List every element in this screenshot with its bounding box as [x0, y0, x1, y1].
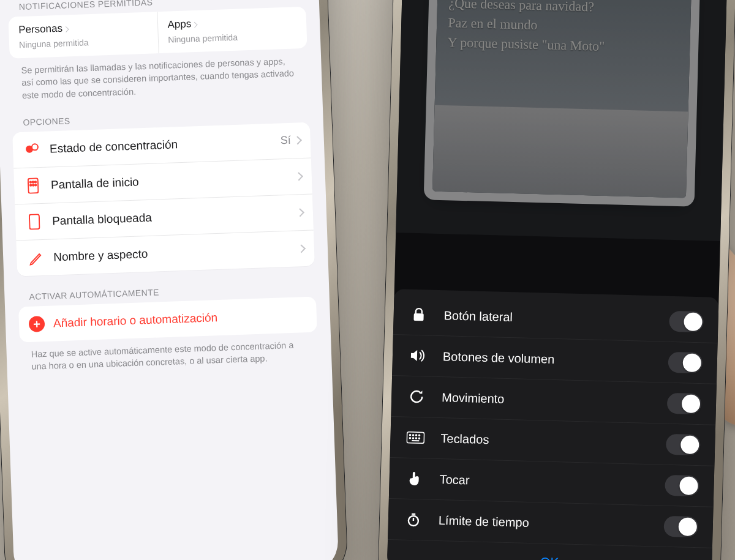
- allowed-people-title: Personas: [18, 23, 62, 36]
- options-card: Estado de concentración Sí Pantalla de i…: [12, 122, 315, 277]
- toggle-side-button[interactable]: [669, 311, 704, 332]
- row-label: Límite de tiempo: [439, 513, 664, 534]
- svg-point-6: [32, 181, 34, 182]
- allowed-apps-title: Apps: [167, 18, 191, 31]
- svg-point-9: [32, 184, 34, 185]
- row-value: Sí: [280, 134, 291, 147]
- toggle-touch[interactable]: [665, 475, 699, 496]
- allowed-apps-cell[interactable]: Apps Ninguna permitida: [157, 7, 307, 53]
- rotate-icon: [406, 389, 428, 405]
- chevron-icon: [63, 26, 69, 32]
- toggle-time-limit[interactable]: [663, 516, 698, 537]
- chevron-icon: [192, 21, 198, 28]
- volume-icon: [407, 348, 429, 364]
- home-screen-icon: [24, 176, 43, 195]
- svg-point-7: [35, 181, 36, 182]
- allowed-apps-sub: Ninguna permitida: [168, 30, 297, 44]
- keyboard-icon: [405, 430, 426, 446]
- row-label: Pantalla bloqueada: [52, 206, 298, 228]
- toggle-keyboards[interactable]: [666, 434, 701, 455]
- svg-point-24: [416, 435, 417, 436]
- svg-point-22: [410, 435, 411, 436]
- svg-point-10: [35, 184, 36, 185]
- row-label: Estado de concentración: [50, 134, 281, 155]
- toggle-volume[interactable]: [668, 352, 703, 373]
- row-label: Botón lateral: [443, 308, 669, 329]
- svg-point-25: [419, 435, 420, 436]
- row-label: Botones de volumen: [443, 349, 668, 370]
- guided-access-options-panel: Botón lateral Botones de volumen Movimie…: [386, 289, 719, 560]
- svg-point-8: [30, 184, 31, 185]
- svg-point-26: [409, 438, 410, 439]
- row-label: Nombre y aspecto: [53, 242, 299, 264]
- row-label: Movimiento: [442, 390, 667, 411]
- svg-rect-20: [413, 313, 423, 321]
- row-label: Teclados: [440, 431, 666, 452]
- lock-screen-icon: [25, 212, 44, 231]
- row-label: Tocar: [439, 472, 665, 493]
- svg-point-5: [30, 181, 31, 182]
- svg-point-27: [412, 438, 413, 439]
- background-content-card: ¿Que deseas para navidad? Paz en el mund…: [432, 0, 692, 198]
- svg-rect-11: [29, 214, 40, 230]
- dimmed-background: 10:57 ¿Que deseas para navidad? Paz en e…: [396, 0, 728, 241]
- svg-rect-30: [412, 440, 419, 441]
- svg-point-29: [418, 438, 420, 439]
- allowed-people-cell[interactable]: Personas Ninguna permitida: [9, 12, 159, 58]
- focus-share-icon: [23, 140, 42, 159]
- pencil-icon: [26, 248, 45, 267]
- chevron-icon: [293, 136, 302, 144]
- touch-icon: [404, 471, 425, 487]
- add-automation-label: Añadir horario o automatización: [53, 311, 218, 330]
- lock-icon: [408, 307, 429, 323]
- plus-circle-icon: +: [29, 316, 45, 332]
- toggle-motion[interactable]: [667, 393, 702, 414]
- screen-settings: Modo invitado NOTIFICACIONES PERMITIDAS …: [0, 0, 339, 560]
- svg-point-23: [413, 435, 414, 436]
- screen-guided-access: 10:57 ¿Que deseas para navidad? Paz en e…: [386, 0, 728, 560]
- svg-point-28: [415, 438, 417, 439]
- timer-icon: [403, 512, 424, 528]
- allowed-people-sub: Ninguna permitida: [19, 35, 148, 50]
- row-label: Pantalla de inicio: [51, 170, 296, 192]
- phone-left: Modo invitado NOTIFICACIONES PERMITIDAS …: [0, 0, 349, 560]
- svg-point-3: [32, 144, 38, 150]
- phone-right: 10:57 ¿Que deseas para navidad? Paz en e…: [377, 0, 735, 560]
